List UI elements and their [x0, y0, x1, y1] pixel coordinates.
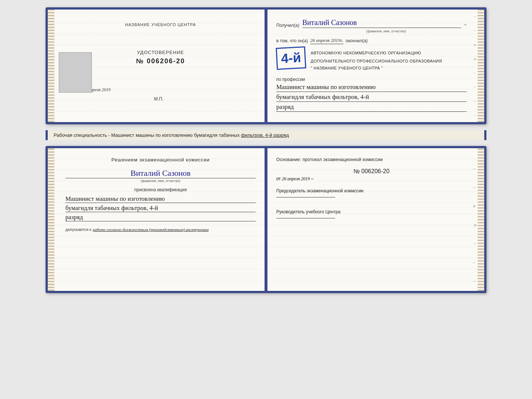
org-quotes: " НАЗВАНИЕ УЧЕБНОГО ЦЕНТРА " [310, 66, 442, 70]
qual-line3: разряд [65, 214, 256, 221]
chairman: Председатель экзаменационной комиссии [276, 188, 467, 197]
protocol-number: № 006206-20 [276, 168, 467, 175]
top-cert-right-page: Получил(а) Виталий Сазонов – (фамилия, и… [266, 10, 484, 122]
dash-5: – [474, 113, 475, 117]
photo-placeholder [59, 52, 92, 93]
recipient-name: Виталий Сазонов [302, 18, 461, 28]
org-line1: АВТОНОМНУЮ НЕКОММЕРЧЕСКУЮ ОРГАНИЗАЦИЮ [310, 50, 442, 57]
specialty-prefix: Рабочая специальность - Машинист машины … [54, 132, 240, 138]
bottom-dash-4: – [473, 279, 477, 283]
rukovoditel: Руководитель учебного Центра [276, 209, 467, 218]
specialty-underlined: фильтров, 4-й разряд [241, 132, 289, 138]
bottom-mark-arrow: ← [473, 242, 477, 246]
profession-line1: Машинист машины по изготовлению [276, 83, 467, 92]
dash-4: – [474, 99, 475, 103]
dash-2: – [474, 29, 475, 32]
dash-1: – [474, 15, 475, 18]
stamp-area: 4-й АВТОНОМНУЮ НЕКОММЕРЧЕСКУЮ ОРГАНИЗАЦИ… [276, 47, 467, 73]
top-certificate: НАЗВАНИЕ УЧЕБНОГО ЦЕНТРА УДОСТОВЕРЕНИЕ №… [46, 7, 486, 124]
ot-line: от 26 апреля 2019 – [276, 176, 467, 182]
side-mark-a: ,а [473, 57, 476, 61]
bottom-cert-right-page: Основание: протокол экзаменационной коми… [266, 148, 484, 291]
dopusk-text: работе согласно должностным (производств… [93, 227, 209, 232]
profession-line2: бумагидля табачных фильтров, 4-й [276, 93, 467, 102]
chairman-title: Председатель экзаменационной комиссии [276, 188, 363, 193]
ot-dash: – [311, 176, 313, 181]
dopusk-prefix: допускается к [65, 227, 91, 232]
ot-date: 26 апреля 2019 [282, 176, 310, 181]
bottom-mark-i: и [473, 204, 477, 208]
person-name-bottom: Виталий Сазонов [65, 168, 256, 178]
vtom-line: в том, что он(а) 26 апреля 2019г. окончи… [276, 38, 467, 44]
vtom-label: в том, что он(а) [276, 38, 308, 43]
side-mark-i: и [474, 43, 475, 47]
osnovaniye: Основание: протокол экзаменационной коми… [276, 157, 467, 162]
dash-3: – [474, 85, 475, 89]
bottom-side-marks: – – и ,а ← – – [473, 167, 477, 283]
recipient-subtitle: (фамилия, имя, отчество) [276, 29, 467, 33]
side-mark-arrow: ← [473, 71, 477, 75]
decision-title: Решением экзаменационной комиссии [65, 157, 256, 163]
prisvoyena: присвоена квалификация [65, 187, 256, 192]
chairman-signature-line [276, 197, 335, 197]
vtom-date: 26 апреля 2019г. [310, 38, 343, 44]
bottom-dash-1: – [473, 167, 477, 171]
stamp-number: 4-й [281, 50, 301, 67]
mp-label: М.П. [150, 96, 163, 101]
right-content: Получил(а) Виталий Сазонов – (фамилия, и… [276, 18, 467, 112]
bottom-mark-a: ,а [473, 223, 477, 227]
po-professii: по профессии [276, 77, 467, 82]
ot-label: от [276, 176, 281, 181]
recipient-label: Получил(а) [276, 23, 299, 28]
side-marks-right: – – и ,а ← – – – [472, 10, 477, 122]
bottom-left-content: Решением экзаменационной комиссии Витали… [65, 157, 256, 232]
top-org-name: НАЗВАНИЕ УЧЕБНОГО ЦЕНТРА [62, 22, 259, 28]
qual-line1: Машинист машины по изготовлению [65, 195, 256, 203]
bottom-cert-left-page: Решением экзаменационной комиссии Витали… [48, 148, 266, 291]
org-line2: ДОПОЛНИТЕЛЬНОГО ПРОФЕССИОНАЛЬНОГО ОБРАЗО… [310, 58, 442, 65]
finished-label: окончил(а) [346, 38, 368, 43]
stamp-box: 4-й [276, 46, 306, 70]
profession-line3: разряд [276, 103, 467, 112]
fio-subtitle-bottom: (фамилия, имя, отчество) [65, 179, 256, 183]
recipient-line: Получил(а) Виталий Сазонов – [276, 18, 467, 28]
bottom-certificate: Решением экзаменационной комиссии Витали… [46, 146, 486, 293]
bottom-dash-3: – [473, 260, 477, 264]
top-cert-left-page: НАЗВАНИЕ УЧЕБНОГО ЦЕНТРА УДОСТОВЕРЕНИЕ №… [48, 10, 266, 122]
rukovoditel-title: Руководитель учебного Центра [276, 209, 341, 214]
bottom-right-content: Основание: протокол экзаменационной коми… [276, 157, 467, 218]
dopuskaetsya-line: допускается к работе согласно должностны… [65, 227, 256, 232]
qual-line2: бумагидля табачных фильтров, 4-й [65, 204, 256, 212]
bottom-dash-2: – [473, 185, 477, 189]
rukovoditel-signature-line [276, 218, 335, 218]
specialty-bar: Рабочая специальность - Машинист машины … [46, 130, 486, 140]
